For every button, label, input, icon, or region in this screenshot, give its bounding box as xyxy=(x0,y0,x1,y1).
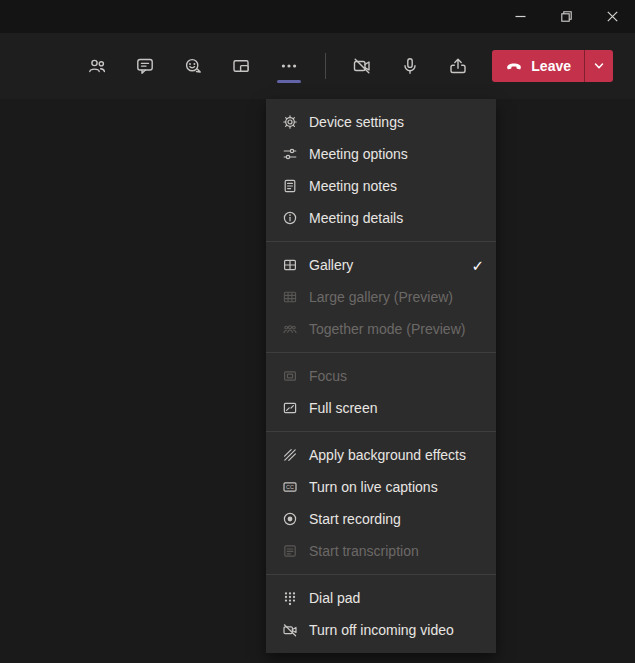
share-icon xyxy=(448,56,468,76)
menu-item-start-transcription[interactable]: Start transcription xyxy=(266,535,496,567)
menu-item-label: Start recording xyxy=(309,511,401,527)
menu-item-device-settings[interactable]: Device settings xyxy=(266,106,496,138)
meeting-toolbar: Leave xyxy=(0,33,635,99)
more-actions-button[interactable] xyxy=(265,42,313,90)
chat-icon xyxy=(135,56,155,76)
show-conversation-button[interactable] xyxy=(121,42,169,90)
menu-item-start-recording[interactable]: Start recording xyxy=(266,503,496,535)
menu-item-meeting-details[interactable]: Meeting details xyxy=(266,202,496,234)
menu-item-background-effects[interactable]: Apply background effects xyxy=(266,439,496,471)
menu-item-label: Apply background effects xyxy=(309,447,466,463)
menu-item-label: Meeting notes xyxy=(309,178,397,194)
menu-item-label: Gallery xyxy=(309,257,353,273)
minimize-icon xyxy=(515,11,526,22)
menu-item-label: Meeting details xyxy=(309,210,403,226)
microphone-toggle-button[interactable] xyxy=(386,42,434,90)
fullscreen-icon xyxy=(282,400,298,416)
gallery-grid-icon xyxy=(282,257,298,273)
more-actions-menu: Device settings Meeting options Meeting … xyxy=(266,99,496,653)
together-mode-icon xyxy=(282,321,298,337)
menu-item-label: Turn off incoming video xyxy=(309,622,454,638)
svg-text:CC: CC xyxy=(286,484,294,490)
maximize-restore-icon xyxy=(561,11,572,22)
more-actions-icon xyxy=(279,56,299,76)
menu-item-live-captions[interactable]: CC Turn on live captions xyxy=(266,471,496,503)
maximize-button[interactable] xyxy=(543,0,589,33)
close-button[interactable] xyxy=(589,0,635,33)
reactions-button[interactable] xyxy=(169,42,217,90)
check-icon: ✓ xyxy=(471,258,484,273)
closed-captions-icon: CC xyxy=(282,479,298,495)
reactions-icon xyxy=(183,56,203,76)
info-icon xyxy=(282,210,298,226)
microphone-icon xyxy=(400,56,420,76)
menu-item-turn-off-incoming-video[interactable]: Turn off incoming video xyxy=(266,614,496,646)
hang-up-icon xyxy=(505,57,523,75)
camera-toggle-button[interactable] xyxy=(338,42,386,90)
camera-off-icon xyxy=(352,56,372,76)
menu-item-meeting-notes[interactable]: Meeting notes xyxy=(266,170,496,202)
menu-item-label: Large gallery (Preview) xyxy=(309,289,453,305)
menu-section-layout: Gallery ✓ Large gallery (Preview) Togeth… xyxy=(266,242,496,353)
menu-item-label: Start transcription xyxy=(309,543,419,559)
record-icon xyxy=(282,511,298,527)
show-participants-button[interactable] xyxy=(73,42,121,90)
menu-section-av-features: Apply background effects CC Turn on live… xyxy=(266,432,496,575)
leave-options-button[interactable] xyxy=(585,50,613,82)
menu-item-label: Turn on live captions xyxy=(309,479,438,495)
leave-label: Leave xyxy=(531,58,571,74)
participants-icon xyxy=(87,56,107,76)
meeting-notes-icon xyxy=(282,178,298,194)
breakout-rooms-icon xyxy=(231,56,251,76)
minimize-button[interactable] xyxy=(497,0,543,33)
menu-section-misc: Dial pad Turn off incoming video xyxy=(266,575,496,653)
menu-item-together-mode[interactable]: Together mode (Preview) xyxy=(266,313,496,345)
toolbar-divider xyxy=(325,53,326,79)
dial-pad-icon xyxy=(282,590,298,606)
leave-button[interactable]: Leave xyxy=(492,50,584,82)
close-icon xyxy=(607,11,618,22)
menu-item-large-gallery[interactable]: Large gallery (Preview) xyxy=(266,281,496,313)
menu-item-focus[interactable]: Focus xyxy=(266,360,496,392)
menu-section-settings: Device settings Meeting options Meeting … xyxy=(266,99,496,242)
menu-item-dial-pad[interactable]: Dial pad xyxy=(266,582,496,614)
transcription-icon xyxy=(282,543,298,559)
large-gallery-grid-icon xyxy=(282,289,298,305)
menu-item-label: Together mode (Preview) xyxy=(309,321,465,337)
menu-item-label: Focus xyxy=(309,368,347,384)
menu-item-label: Meeting options xyxy=(309,146,408,162)
options-sliders-icon xyxy=(282,146,298,162)
focus-icon xyxy=(282,368,298,384)
menu-item-meeting-options[interactable]: Meeting options xyxy=(266,138,496,170)
menu-item-gallery[interactable]: Gallery ✓ xyxy=(266,249,496,281)
breakout-rooms-button[interactable] xyxy=(217,42,265,90)
share-content-button[interactable] xyxy=(434,42,482,90)
menu-item-full-screen[interactable]: Full screen xyxy=(266,392,496,424)
menu-item-label: Device settings xyxy=(309,114,404,130)
window-titlebar xyxy=(0,0,635,33)
menu-item-label: Full screen xyxy=(309,400,377,416)
background-effects-icon xyxy=(282,447,298,463)
leave-button-group: Leave xyxy=(492,50,613,82)
chevron-down-icon xyxy=(593,60,605,72)
menu-item-label: Dial pad xyxy=(309,590,360,606)
menu-section-view: Focus Full screen xyxy=(266,353,496,432)
settings-gear-icon xyxy=(282,114,298,130)
incoming-video-off-icon xyxy=(282,622,298,638)
